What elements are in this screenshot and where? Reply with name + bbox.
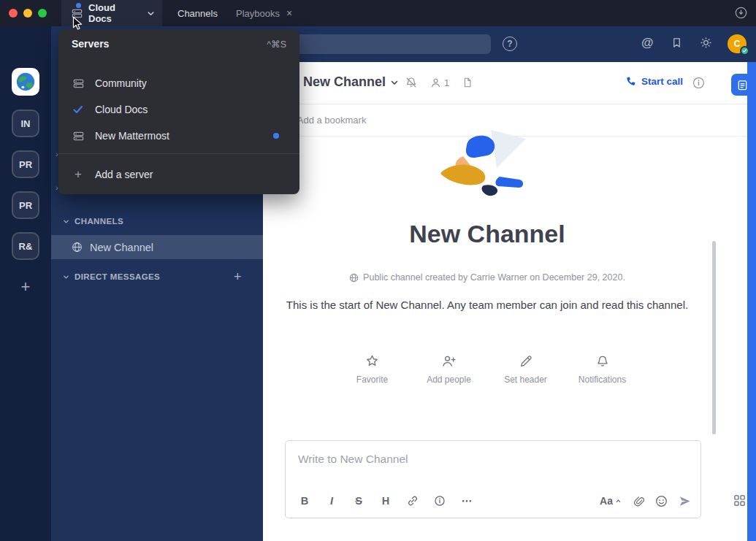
search-input[interactable] — [278, 34, 491, 54]
channel-intro-description: This is the start of New Channel. Any te… — [283, 297, 692, 313]
team-tile-r[interactable]: R& — [12, 232, 39, 260]
settings-button[interactable] — [700, 37, 712, 49]
at-mentions-button[interactable]: @ — [641, 36, 654, 50]
send-button[interactable] — [679, 495, 691, 507]
apps-grid-icon — [733, 494, 746, 507]
channel-view: New Channel 1 Start call — [263, 62, 747, 541]
channel-name: New Channel — [90, 242, 153, 253]
menu-divider — [58, 153, 299, 154]
team-tile-pr1[interactable]: PR — [12, 150, 39, 178]
channels-category-header[interactable]: CHANNELS — [63, 217, 123, 226]
message-composer[interactable]: Write to New Channel B I S H ⋯ — [285, 440, 701, 518]
channel-intro: New Channel Public channel created by Ca… — [263, 62, 711, 427]
team-tile-in[interactable]: IN — [12, 110, 39, 137]
chevron-down-icon — [147, 9, 155, 18]
tab-playbooks[interactable]: Playbooks × — [236, 0, 292, 26]
add-direct-message-button[interactable]: + — [234, 269, 242, 285]
heading-button[interactable]: H — [376, 491, 395, 510]
tab-channels[interactable]: Channels — [177, 0, 218, 26]
set-header-button[interactable]: Set header — [487, 353, 564, 385]
channel-intro-meta-text: Public channel created by Carrie Warner … — [363, 272, 625, 283]
direct-messages-category-header[interactable]: DIRECT MESSAGES — [63, 272, 160, 281]
circle-info-icon — [434, 495, 446, 507]
add-team-button[interactable]: + — [12, 273, 39, 301]
menu-item-label: New Mattermost — [95, 130, 169, 142]
servers-menu-title: Servers — [72, 38, 109, 50]
status-check-icon — [740, 46, 749, 55]
add-server-button[interactable]: + Add a server — [58, 161, 299, 188]
app-bar — [747, 62, 756, 541]
star-icon — [365, 353, 379, 368]
help-icon: ? — [507, 39, 512, 49]
window-close-button[interactable] — [9, 9, 18, 18]
team-tile-pr2[interactable]: PR — [12, 191, 39, 219]
servers-dropdown-menu: Servers ^⌘S Community Cloud Docs New Mat… — [58, 29, 299, 194]
servers-menu-shortcut: ^⌘S — [267, 39, 286, 50]
send-icon — [679, 495, 691, 507]
active-team-button[interactable] — [12, 68, 39, 96]
window-zoom-button[interactable] — [38, 9, 47, 18]
avatar-initial: C — [734, 39, 741, 49]
unread-dot — [76, 3, 81, 8]
channels-category-label: CHANNELS — [75, 217, 123, 226]
playbooks-icon — [737, 80, 748, 91]
help-button[interactable]: ? — [503, 37, 517, 51]
bold-button[interactable]: B — [295, 491, 314, 510]
favorite-button[interactable]: Favorite — [334, 353, 411, 385]
emoji-button[interactable] — [655, 495, 668, 507]
scrollbar[interactable] — [712, 241, 716, 434]
format-buttons: B I S H ⋯ — [295, 491, 476, 510]
window-minimize-button[interactable] — [23, 9, 32, 18]
globe-icon — [349, 273, 359, 283]
plus-icon: + — [72, 167, 85, 182]
emoji-icon — [655, 495, 668, 507]
action-label: Favorite — [356, 375, 388, 385]
chevron-down-icon — [63, 218, 69, 225]
servers-menu-header: Servers ^⌘S — [72, 38, 286, 50]
server-icon — [72, 78, 85, 89]
channel-intro-illustration — [432, 130, 542, 207]
toggle-format-button[interactable]: Aa — [600, 495, 622, 507]
menu-item-cloud-docs[interactable]: Cloud Docs — [58, 96, 299, 123]
menu-item-label: Community — [95, 77, 147, 89]
link-button[interactable] — [403, 491, 422, 510]
download-icon[interactable] — [735, 7, 747, 19]
circle-info-button[interactable] — [430, 491, 449, 510]
unread-dot — [273, 133, 279, 139]
attach-button[interactable] — [633, 495, 644, 507]
add-people-icon — [441, 353, 457, 368]
channel-intro-meta: Public channel created by Carrie Warner … — [263, 272, 711, 283]
italic-button[interactable]: I — [322, 491, 341, 510]
menu-item-new-mattermost[interactable]: New Mattermost — [58, 123, 299, 149]
apps-grid-button[interactable] — [733, 494, 746, 507]
aa-label: Aa — [600, 495, 613, 507]
team-initials: IN — [21, 118, 31, 129]
action-label: Notifications — [579, 375, 626, 385]
check-icon — [72, 104, 85, 115]
bookmark-icon — [671, 37, 682, 48]
tab-playbooks-label: Playbooks — [236, 8, 280, 19]
attach-icon — [633, 495, 644, 507]
team-initials: PR — [19, 200, 32, 211]
cursor-pointer — [72, 16, 83, 31]
menu-item-community[interactable]: Community — [58, 70, 299, 96]
notifications-button[interactable]: Notifications — [564, 353, 641, 385]
direct-messages-label: DIRECT MESSAGES — [75, 272, 160, 281]
titlebar: Cloud Docs Channels Playbooks × — [0, 0, 756, 26]
menu-item-label: Cloud Docs — [95, 104, 148, 115]
chevron-up-icon — [615, 498, 622, 504]
close-icon[interactable]: × — [286, 7, 292, 19]
team-sidebar: IN PR PR R& + — [0, 26, 51, 541]
add-people-button[interactable]: Add people — [411, 353, 487, 385]
strikethrough-button[interactable]: S — [349, 491, 368, 510]
bell-icon — [596, 353, 609, 368]
saved-posts-button[interactable] — [671, 37, 682, 48]
link-icon — [407, 495, 419, 507]
plus-icon: + — [21, 277, 31, 296]
add-server-label: Add a server — [95, 169, 153, 180]
channel-intro-title: New Channel — [263, 220, 711, 248]
tab-channels-label: Channels — [177, 8, 218, 19]
playbooks-appbar-button[interactable] — [731, 74, 753, 96]
more-formatting-button[interactable]: ⋯ — [457, 491, 476, 510]
sidebar-item-new-channel[interactable]: New Channel — [51, 235, 263, 259]
